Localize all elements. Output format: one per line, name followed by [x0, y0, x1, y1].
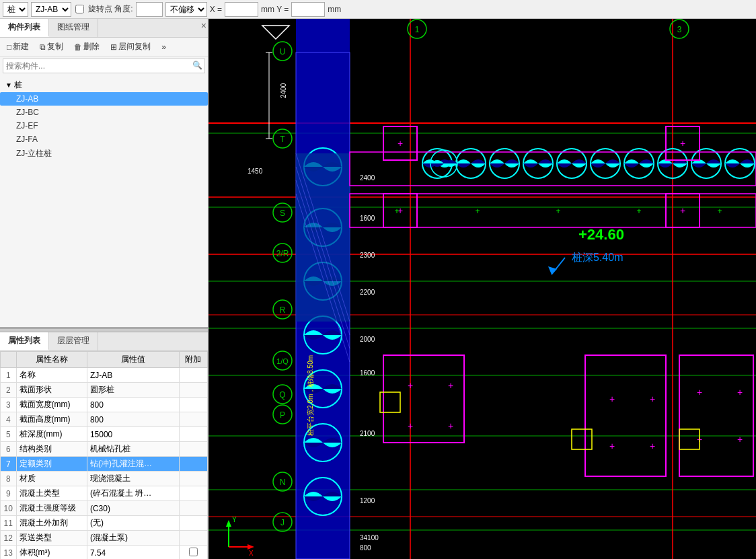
main-layout: 构件列表 图纸管理 × □ 新建 ⧉ 复制 🗑 删除 ⊞: [0, 19, 756, 559]
offset-select[interactable]: 不偏移: [165, 2, 207, 17]
svg-text:Y: Y: [232, 516, 237, 523]
prop-val-11[interactable]: (无): [87, 516, 179, 531]
new-icon: □: [7, 42, 11, 52]
new-button[interactable]: □ 新建: [3, 40, 33, 54]
svg-text:+: +: [717, 207, 722, 216]
copy-label: 复制: [47, 41, 63, 52]
prop-name-12: 泵送类型: [16, 531, 87, 546]
prop-row-12[interactable]: 12泵送类型(混凝土泵): [1, 531, 208, 546]
new-label: 新建: [13, 41, 29, 52]
tree-item-zjef[interactable]: ZJ-EF: [0, 119, 208, 133]
rotate-input[interactable]: 0: [136, 2, 163, 17]
tab-component-list[interactable]: 构件列表: [0, 19, 49, 37]
col-num-header: [1, 352, 17, 368]
prop-val-3[interactable]: 800: [87, 398, 179, 412]
svg-text:2300: 2300: [360, 252, 375, 259]
prop-row-10[interactable]: 10混凝土强度等级(C30): [1, 501, 208, 516]
x-input[interactable]: 0: [225, 2, 258, 17]
type-select[interactable]: 桩: [3, 2, 28, 17]
prop-row-11[interactable]: 11混凝土外加剂(无): [1, 516, 208, 531]
prop-val-2[interactable]: 圆形桩: [87, 383, 179, 398]
prop-add-1: [179, 368, 207, 383]
prop-row-num-4: 4: [1, 412, 17, 427]
prop-row-7[interactable]: 7定额类别钻(冲)孔灌注混…: [1, 457, 208, 472]
rotate-label: 旋转点 角度:: [88, 3, 133, 15]
svg-text:桩深5.40m: 桩深5.40m: [571, 252, 623, 263]
prop-name-4: 截面高度(mm): [16, 412, 87, 427]
prop-row-num-8: 8: [1, 472, 17, 486]
svg-text:+: +: [609, 441, 615, 451]
properties-table: 属性名称 属性值 附加 1名称ZJ-AB2截面形状圆形桩3截面宽度(mm)800…: [0, 351, 208, 559]
svg-text:+: +: [650, 394, 655, 404]
prop-row-num-13: 13: [1, 546, 17, 560]
tab-attr-list[interactable]: 属性列表: [0, 332, 49, 350]
component-area: 构件列表 图纸管理 × □ 新建 ⧉ 复制 🗑 删除 ⊞: [0, 19, 208, 328]
tree-category-pile[interactable]: 桩: [0, 78, 208, 92]
prop-row-2[interactable]: 2截面形状圆形桩: [1, 383, 208, 398]
prop-val-13[interactable]: 7.54: [87, 546, 179, 560]
delete-button[interactable]: 🗑 删除: [70, 40, 104, 54]
more-button[interactable]: »: [157, 41, 170, 53]
svg-text:3: 3: [677, 25, 682, 34]
prop-row-9[interactable]: 9混凝土类型(碎石混凝土 坍…: [1, 486, 208, 501]
tab-drawing[interactable]: 图纸管理: [49, 19, 98, 37]
tree-item-zjfa[interactable]: ZJ-FA: [0, 133, 208, 146]
y-input[interactable]: 0: [291, 2, 325, 17]
mm2-label: mm: [328, 5, 341, 14]
cad-area[interactable]: + + + + + + + + + + + + + + + +: [209, 19, 756, 559]
prop-val-4[interactable]: 800: [87, 412, 179, 427]
tree-item-zjlizhu[interactable]: ZJ-立柱桩: [0, 146, 208, 161]
col-add-header: 附加: [179, 352, 207, 368]
copy-button[interactable]: ⧉ 复制: [36, 40, 67, 54]
mm-label: mm Y =: [261, 5, 289, 14]
prop-row-6[interactable]: 6结构类别机械钻孔桩: [1, 442, 208, 457]
floor-copy-button[interactable]: ⊞ 层间复制: [106, 40, 155, 54]
prop-row-4[interactable]: 4截面高度(mm)800: [1, 412, 208, 427]
prop-row-1[interactable]: 1名称ZJ-AB: [1, 368, 208, 383]
prop-name-9: 混凝土类型: [16, 486, 87, 501]
svg-text:+: +: [680, 138, 685, 149]
prop-name-1: 名称: [16, 368, 87, 383]
svg-text:+: +: [636, 207, 641, 216]
prop-add-6: [179, 442, 207, 457]
svg-text:+: +: [680, 205, 685, 216]
prop-name-3: 截面宽度(mm): [16, 398, 87, 412]
prop-add-9: [179, 486, 207, 501]
prop-val-7[interactable]: 钻(冲)孔灌注混…: [87, 457, 179, 472]
prop-row-13[interactable]: 13体积(m³)7.54: [1, 546, 208, 560]
tab-layer[interactable]: 层层管理: [49, 332, 98, 350]
prop-row-5[interactable]: 5桩深度(mm)15000: [1, 427, 208, 442]
prop-add-11: [179, 516, 207, 531]
prop-row-8[interactable]: 8材质现浇混凝土: [1, 472, 208, 486]
panel-close-btn[interactable]: ×: [201, 20, 206, 38]
x-label: X =: [210, 5, 222, 14]
search-input[interactable]: [3, 59, 205, 73]
tree-item-zjab[interactable]: ZJ-AB: [0, 92, 208, 106]
prop-add-13[interactable]: [179, 546, 207, 560]
floor-copy-label: 层间复制: [118, 41, 151, 52]
prop-add-5: [179, 427, 207, 442]
prop-val-6[interactable]: 机械钻孔桩: [87, 442, 179, 457]
svg-text:800: 800: [360, 544, 371, 552]
tree-item-zjbc[interactable]: ZJ-BC: [0, 106, 208, 119]
floor-copy-icon: ⊞: [110, 42, 117, 52]
prop-row-num-6: 6: [1, 442, 17, 457]
svg-text:2/R: 2/R: [276, 249, 289, 258]
prop-val-9[interactable]: (碎石混凝土 坍…: [87, 486, 179, 501]
prop-row-num-10: 10: [1, 501, 17, 516]
prop-val-1[interactable]: ZJ-AB: [87, 368, 179, 383]
prop-val-12[interactable]: (混凝土泵): [87, 531, 179, 546]
prop-checkbox-13[interactable]: [189, 548, 198, 556]
svg-text:Q: Q: [279, 390, 285, 400]
prop-val-10[interactable]: (C30): [87, 501, 179, 516]
prop-row-3[interactable]: 3截面宽度(mm)800: [1, 398, 208, 412]
svg-text:+: +: [408, 380, 413, 391]
svg-text:+: +: [398, 138, 403, 149]
prop-name-6: 结构类别: [16, 442, 87, 457]
rotate-checkbox[interactable]: [75, 5, 84, 13]
svg-text:+: +: [737, 434, 743, 445]
prop-val-8[interactable]: 现浇混凝土: [87, 472, 179, 486]
svg-text:1/Q: 1/Q: [276, 357, 289, 365]
name-select[interactable]: ZJ-AB: [31, 2, 71, 17]
prop-val-5[interactable]: 15000: [87, 427, 179, 442]
